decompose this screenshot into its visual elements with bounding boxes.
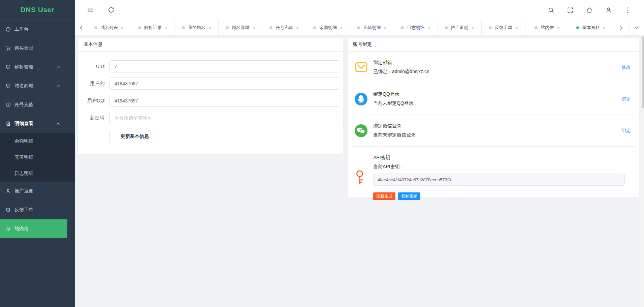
more-menu-icon[interactable] (624, 7, 631, 13)
sidebar-item-details-view[interactable]: 明细查看 (0, 114, 75, 133)
email-binding-title: 绑定邮箱 (373, 60, 429, 66)
sidebar-subitem-label: 日志明细 (14, 171, 33, 177)
binding-list: 绑定邮箱 已绑定：admin@dnsjxz.cn 修改 绑定QQ登录 当前未绑定… (348, 52, 639, 208)
api-key-field[interactable] (373, 174, 625, 186)
tab-log-details[interactable]: 日志明细 × (394, 20, 438, 35)
sidebar-item-site-messages[interactable]: 站内信 (0, 219, 67, 238)
tab-label: 站内信 (541, 25, 554, 31)
update-basic-info-button[interactable]: 更新基本信息 (109, 130, 160, 143)
copy-key-button[interactable]: 复制密钥 (398, 192, 420, 200)
qq-binding-texts: 绑定QQ登录 当前未绑定QQ登录 (373, 91, 414, 106)
tab-label: 域名商城 (232, 25, 249, 31)
tab-recharge-details[interactable]: 充值明细 × (350, 20, 394, 35)
sidebar-item-label: 工作台 (14, 26, 29, 32)
user-profile-icon[interactable] (605, 7, 612, 13)
tab-label: 基本资料 (582, 25, 600, 31)
sidebar: DNS User 工作台 购买会员 解析管理 域名商城 ¥ (0, 0, 75, 307)
wechat-bind-link[interactable]: 绑定 (621, 128, 631, 134)
tab-close-icon[interactable]: × (515, 25, 518, 30)
regenerate-key-button[interactable]: 重新生成 (373, 192, 395, 200)
tab-close-icon[interactable]: × (121, 25, 124, 30)
tab-balance-details[interactable]: 余额明细 × (306, 20, 350, 35)
tab-close-icon[interactable]: × (296, 25, 299, 30)
sidebar-subitem-balance-details[interactable]: 余额明细 (0, 133, 75, 149)
tab-basic-profile[interactable]: 基本资料 × (569, 20, 613, 35)
sidebar-item-dashboard[interactable]: 工作台 (0, 20, 75, 39)
tabs-dropdown-icon[interactable] (629, 20, 644, 35)
tab-close-icon[interactable]: × (557, 25, 559, 30)
search-icon[interactable] (548, 7, 554, 13)
tab-bar: 域名列表 × 解析记录 × 我的域名 × 域名商城 × 账号充值 × 余额明细 … (75, 20, 644, 35)
scrollbar-thumb[interactable] (642, 36, 644, 109)
tab-close-icon[interactable]: × (252, 25, 255, 30)
header-left (75, 7, 115, 13)
tab-label: 日志明细 (407, 25, 424, 31)
sidebar-subitem-label: 充值明细 (14, 154, 33, 160)
page-scrollbar[interactable] (641, 35, 644, 307)
tab-status-dot-active (576, 26, 579, 29)
sidebar-subitem-log-details[interactable]: 日志明细 (0, 165, 75, 182)
sidebar-item-label: 域名商城 (14, 83, 33, 89)
new-password-field[interactable] (109, 112, 339, 124)
api-key-buttons: 重新生成 复制密钥 (373, 192, 625, 200)
tab-domain-list[interactable]: 域名列表 × (87, 20, 131, 35)
email-binding-texts: 绑定邮箱 已绑定：admin@dnsjxz.cn (373, 60, 429, 75)
fullscreen-icon[interactable] (567, 7, 574, 13)
tab-status-dot (445, 26, 448, 29)
tab-feedback-tickets[interactable]: 反馈工单 × (482, 20, 525, 35)
uid-field[interactable] (109, 60, 339, 72)
tab-site-messages[interactable]: 站内信 × (525, 20, 569, 35)
qq-binding-title: 绑定QQ登录 (373, 91, 414, 97)
new-password-label: 新密码: (78, 115, 109, 121)
sidebar-item-referral-commission[interactable]: 推广返佣 (0, 182, 75, 201)
tab-close-icon[interactable]: × (340, 25, 343, 30)
username-label: 用户名: (78, 81, 109, 87)
sidebar-item-label: 站内信 (14, 226, 29, 232)
collapse-sidebar-icon[interactable] (87, 7, 94, 13)
tab-label: 我的域名 (188, 25, 205, 31)
document-icon (6, 121, 11, 127)
tab-label: 推广返佣 (451, 25, 469, 31)
sidebar-item-buy-membership[interactable]: 购买会员 (0, 39, 75, 58)
home-icon[interactable] (586, 7, 593, 13)
ticket-icon: ? (6, 207, 11, 213)
basic-info-title: 基本信息 (78, 38, 343, 52)
tab-domain-mall[interactable]: 域名商城 × (219, 20, 262, 35)
tabs-scroll-right-icon[interactable] (613, 20, 629, 35)
tab-status-dot (313, 26, 316, 29)
tab-label: 充值明细 (363, 25, 381, 31)
qq-bind-link[interactable]: 绑定 (621, 96, 631, 102)
api-key-label: 当前API密钥： (373, 164, 625, 170)
tab-close-icon[interactable]: × (165, 25, 167, 30)
tab-account-recharge[interactable]: 账号充值 × (262, 20, 306, 35)
tab-close-icon[interactable]: × (208, 25, 211, 30)
sidebar-item-domain-mall[interactable]: 域名商城 (0, 76, 75, 95)
tab-close-icon[interactable]: × (427, 25, 430, 30)
email-modify-link[interactable]: 修改 (621, 64, 631, 70)
tab-close-icon[interactable]: × (472, 25, 474, 30)
sidebar-subitem-recharge-details[interactable]: 充值明细 (0, 149, 75, 165)
tabs-scroll-left-icon[interactable] (75, 20, 87, 35)
sidebar-item-account-recharge[interactable]: ¥ 账号充值 (0, 95, 75, 114)
tab-status-dot (182, 26, 185, 29)
username-field[interactable] (109, 78, 339, 90)
qq-field[interactable] (109, 95, 339, 107)
sidebar-item-label: 购买会员 (14, 45, 33, 51)
tab-my-domains[interactable]: 我的域名 × (175, 20, 219, 35)
tab-close-icon[interactable]: × (384, 25, 386, 30)
tab-close-icon[interactable]: × (603, 25, 606, 30)
submit-row: 更新基本信息 (109, 130, 339, 143)
tab-label: 余额明细 (319, 25, 337, 31)
sidebar-item-resolve-management[interactable]: 解析管理 (0, 58, 75, 76)
chevron-up-icon (57, 123, 60, 125)
tab-status-dot (226, 26, 229, 29)
tab-status-dot (94, 26, 97, 29)
tab-referral-commission[interactable]: 推广返佣 × (438, 20, 482, 35)
account-binding-card: 账号绑定 绑定邮箱 已绑定：admin@dnsjxz.cn 修改 绑定QQ登录 (348, 38, 639, 197)
uid-label: UID: (78, 64, 109, 69)
refresh-icon[interactable] (108, 7, 115, 13)
tab-status-dot (401, 26, 404, 29)
tab-resolve-records[interactable]: 解析记录 × (131, 20, 175, 35)
svg-text:?: ? (7, 209, 8, 211)
sidebar-item-feedback-tickets[interactable]: ? 反馈工单 (0, 201, 75, 219)
